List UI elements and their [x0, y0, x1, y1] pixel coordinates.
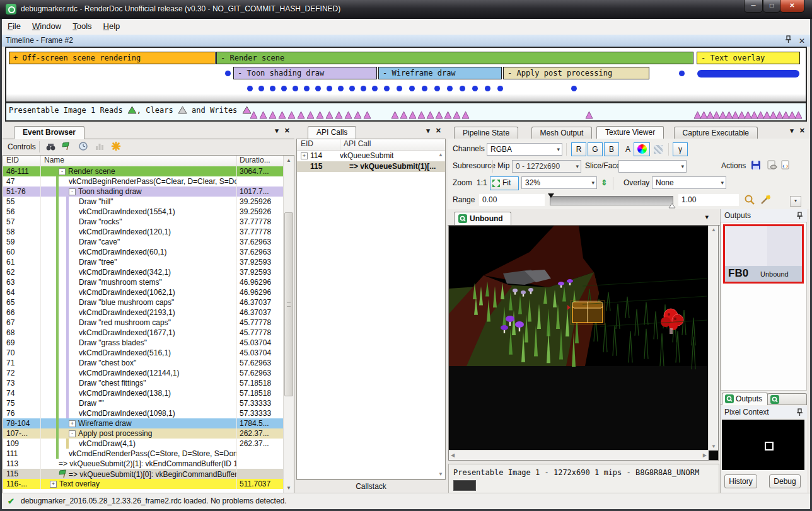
timeline-draw-dot[interactable]	[497, 86, 503, 91]
scroll-up-icon[interactable]: ▲	[284, 156, 294, 165]
collapse-icon[interactable]: -	[59, 168, 66, 175]
column-header-eid[interactable]: EID	[297, 139, 340, 150]
table-row[interactable]: 70vkCmdDrawIndexed(516,1)45.03704	[3, 348, 284, 358]
table-row[interactable]: 72vkCmdDrawIndexed(12144,1)57.62963	[3, 368, 284, 378]
tab-texture-viewer[interactable]: Texture Viewer	[596, 126, 664, 139]
channel-b-button[interactable]: B	[604, 142, 619, 156]
sliceface-select[interactable]: ▾	[618, 160, 687, 173]
table-row[interactable]: 73Draw "chest fittings"57.18518	[3, 378, 284, 388]
timeline-draw-dot[interactable]	[270, 86, 276, 91]
tab-pipeline-state[interactable]: Pipeline State	[454, 127, 518, 139]
table-row[interactable]: 71Draw "chest box"57.62963	[3, 358, 284, 368]
timeline-draw-dot[interactable]	[258, 86, 264, 91]
table-row[interactable]: 115=> vkQueueSubmit(1)[0]: vkBeginComman…	[3, 469, 284, 479]
api-call-row[interactable]: +114vkQueueSubmit	[297, 151, 445, 161]
table-row[interactable]: 46-111-Render scene3064.7...	[3, 166, 284, 176]
table-row[interactable]: 75Draw ""57.33333	[3, 398, 284, 408]
collapse-controls-button[interactable]: ▾	[790, 196, 801, 207]
expand-icon[interactable]: +	[301, 152, 308, 159]
autofit-icon[interactable]: ⇕	[601, 178, 607, 187]
timeline-draw-dot[interactable]	[315, 86, 321, 91]
column-header-eid[interactable]: EID	[3, 156, 41, 166]
collapse-icon[interactable]: -	[69, 430, 76, 437]
range-black-marker[interactable]	[547, 193, 555, 198]
timeline-marker--toon-shading-draw[interactable]: - Toon shading draw	[233, 67, 377, 79]
overlay-select[interactable]: None▾	[652, 176, 726, 189]
table-row[interactable]: 55Draw "hill"39.25926	[3, 197, 284, 207]
close-icon[interactable]: ✕	[799, 127, 805, 134]
table-row[interactable]: 64vkCmdDrawIndexed(1062,1)46.96296	[3, 287, 284, 297]
expand-icon[interactable]: +	[50, 481, 57, 488]
timeline-draw-dot[interactable]	[225, 71, 231, 76]
timeline-draw-dot[interactable]	[338, 86, 344, 91]
table-row[interactable]: 67Draw "red mushroom caps"45.77778	[3, 318, 284, 328]
fb0-thumbnail[interactable]: FB0 Unbound	[723, 224, 804, 284]
table-row[interactable]: 56vkCmdDrawIndexed(1554,1)39.25926	[3, 207, 284, 217]
maximize-button[interactable]: □	[763, 0, 780, 13]
range-white-marker[interactable]	[668, 203, 676, 209]
pin-icon[interactable]	[785, 37, 792, 45]
collapse-icon[interactable]: -	[69, 188, 76, 195]
menu-help[interactable]: Help	[98, 19, 126, 33]
table-row[interactable]: 109vkCmdDraw(4,1)262.37...	[3, 439, 284, 449]
timeline-draw-dot[interactable]	[571, 86, 577, 91]
timeline-draw-dot[interactable]	[293, 86, 298, 91]
timeline-draw-dot[interactable]	[304, 86, 310, 91]
timeline-draw-dot[interactable]	[397, 86, 402, 91]
close-icon[interactable]: ✕	[284, 127, 290, 134]
code-icon[interactable]: ‹›	[780, 160, 794, 173]
pixel-context-view[interactable]	[722, 420, 804, 470]
menu-window[interactable]: Window	[26, 19, 67, 33]
table-row[interactable]: 58vkCmdDrawIndexed(120,1)37.77778	[3, 227, 284, 237]
scroll-down-icon[interactable]: ▼	[438, 471, 443, 477]
tab-unbound-texture[interactable]: Unbound	[454, 212, 511, 226]
scroll-left-icon[interactable]: ◀	[451, 452, 455, 458]
find-icon[interactable]	[45, 141, 57, 152]
channels-select[interactable]: RGBA▾	[487, 143, 562, 156]
timeline-draw-dot[interactable]	[422, 86, 427, 91]
timeline-draw-dot[interactable]	[460, 86, 465, 91]
timeline-draw-dot[interactable]	[447, 86, 453, 91]
timeline-marker--text-overlay[interactable]: - Text overlay	[697, 52, 800, 64]
event-browser-scrollbar[interactable]: ▲ ▼	[283, 156, 294, 493]
timeline-draw-dot[interactable]	[679, 71, 685, 76]
stats-icon[interactable]	[95, 141, 106, 152]
menu-tools[interactable]: Tools	[67, 19, 97, 33]
close-icon[interactable]: ✕	[799, 37, 805, 45]
table-row[interactable]: 76vkCmdDrawIndexed(1098,1)57.33333	[3, 408, 284, 418]
table-row[interactable]: 107-...-Apply post processing262.37...	[3, 428, 284, 439]
close-icon[interactable]: ✕	[436, 127, 441, 134]
minimize-button[interactable]: ─	[744, 0, 763, 13]
texture-canvas[interactable]: ▲ ▼ ◀ ▶	[448, 225, 719, 461]
mip-select[interactable]: 0 - 1272x690▾	[512, 160, 581, 173]
table-row[interactable]: 74vkCmdDrawIndexed(138,1)57.18518	[3, 388, 284, 398]
timeline-draw-dot[interactable]	[349, 86, 355, 91]
tab-api-calls[interactable]: API Calls	[308, 126, 356, 139]
table-row[interactable]: 65Draw "blue mushroom caps"46.37037	[3, 297, 284, 307]
timeline-marker--apply-post-processing[interactable]: - Apply post processing	[503, 67, 649, 79]
table-row[interactable]: 61Draw "tree"37.92593	[3, 257, 284, 267]
menu-file[interactable]: File	[2, 19, 26, 33]
timeline-draw-dot[interactable]	[247, 86, 253, 91]
timeline-draw-dot[interactable]	[361, 86, 366, 91]
checkerboard-button[interactable]	[651, 142, 665, 156]
scroll-down-icon[interactable]: ▼	[284, 483, 294, 493]
channel-r-button[interactable]: R	[571, 142, 586, 156]
dropdown-icon[interactable]: ▾	[426, 127, 430, 134]
tab-capture-executable[interactable]: Capture Executable	[674, 127, 758, 139]
column-header-name[interactable]: Name	[41, 156, 237, 166]
gamma-button[interactable]: γ	[673, 142, 688, 156]
link-icon[interactable]	[767, 160, 780, 173]
table-row[interactable]: 57Draw "rocks"37.77778	[3, 217, 284, 227]
timeline-draw-dot[interactable]	[434, 86, 440, 91]
table-row[interactable]: 60vkCmdDrawIndexed(60,1)37.62963	[3, 247, 284, 257]
scroll-up-icon[interactable]: ▲	[711, 227, 716, 233]
history-button[interactable]: History	[724, 474, 757, 488]
callstack-section[interactable]: Callstack	[296, 479, 446, 493]
close-button[interactable]: ✕	[780, 0, 804, 13]
tab-outputs[interactable]: Outputs	[722, 393, 768, 405]
range-min-input[interactable]: 0.00	[479, 194, 545, 206]
flag-icon[interactable]	[62, 141, 73, 152]
time-icon[interactable]	[78, 141, 90, 152]
timeline-marker--off-screen-scene-rendering[interactable]: + Off-screen scene rendering	[9, 52, 216, 64]
